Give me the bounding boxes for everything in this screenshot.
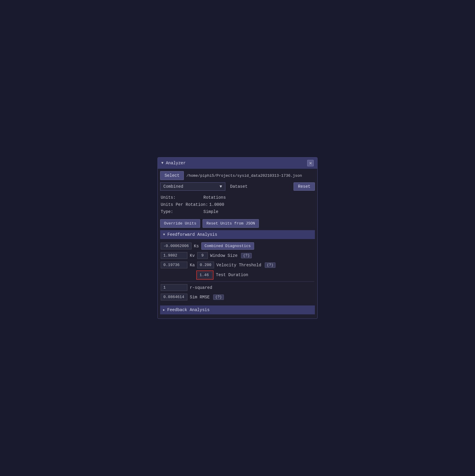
sim-rmse-help[interactable]: (?) [213,294,224,300]
upr-val: 1.0000 [209,201,224,208]
sim-rmse-row: 0.0864614 Sim RMSE (?) [161,293,314,301]
select-button[interactable]: Select [160,171,184,180]
window-size-label: Window Size [208,252,240,259]
dataset-label: Dataset [228,183,291,190]
reset-units-button[interactable]: Reset Units from JSON [203,219,259,228]
test-duration-value: 1.46 [197,272,212,278]
kv-row: 1.9802 Kv 9 Window Size (?) [161,251,314,260]
feedback-title: Feedback Analysis [167,308,210,312]
title-bar: ▼ Analyzer ✕ [158,157,317,169]
feedforward-title: Feedforward Analysis [168,232,217,237]
feedforward-triangle-icon: ▼ [163,233,165,236]
ka-row: 0.19736 Ka 0.200 Velocity Threshold (?) [161,261,314,269]
type-val: Simple [203,208,218,216]
divider [161,281,314,282]
file-row: Select /home/piphi5/Projects/sysid_data2… [160,171,315,180]
ks-label: Ks [192,243,201,249]
vel-threshold-label: Velocity Threshold [214,262,264,268]
kv-label: Kv [187,252,197,259]
actions-row: Override Units Reset Units from JSON [160,219,315,228]
window-size-value: 9 [197,252,208,259]
info-block: Units: Rotations Units Per Rotation: 1.0… [160,193,315,216]
r-squared-label: r-squared [187,284,215,291]
filter-icon: ▼ [220,184,222,189]
vel-threshold-help[interactable]: (?) [265,262,275,268]
kv-value: 1.9802 [161,252,187,259]
r-squared-value: 1 [161,284,187,291]
ka-label: Ka [187,262,197,268]
combined-diagnostics-button[interactable]: Combined Diagnostics [201,242,254,250]
close-button[interactable]: ✕ [307,160,314,166]
test-duration-label: Test Duration [213,272,251,278]
type-key: Type: [161,208,202,216]
content-area: Select /home/piphi5/Projects/sysid_data2… [158,169,317,318]
combined-label: Combined [163,184,183,189]
upr-key: Units Per Rotation: [161,201,208,208]
feedback-section-header[interactable]: ▶ Feedback Analysis [160,305,315,314]
units-val: Rotations [203,194,226,201]
feedback-section: ▶ Feedback Analysis [160,305,315,314]
title-triangle-icon: ▼ [161,161,163,165]
feedforward-grid: -0.00062006 Ks Combined Diagnostics 1.98… [160,241,315,304]
units-key: Units: [161,194,202,201]
window-title: Analyzer [166,161,186,165]
sim-rmse-value: 0.0864614 [161,294,187,300]
override-units-button[interactable]: Override Units [160,219,200,228]
feedback-triangle-icon: ▶ [163,308,165,312]
ks-row: -0.00062006 Ks Combined Diagnostics [161,242,314,250]
feedforward-section-header[interactable]: ▼ Feedforward Analysis [160,230,315,239]
ks-value: -0.00062006 [161,243,192,249]
file-path: /home/piphi5/Projects/sysid_data20210313… [186,173,315,178]
r-squared-row: 1 r-squared [161,284,314,292]
analyzer-window: ▼ Analyzer ✕ Select /home/piphi5/Project… [157,157,318,319]
reset-button[interactable]: Reset [294,182,315,191]
combined-dropdown[interactable]: Combined ▼ [160,182,225,191]
sim-rmse-label: Sim RMSE [187,294,212,300]
ka-value: 0.19736 [161,262,187,268]
test-duration-box: 1.46 [196,270,213,280]
test-duration-row: 1.46 Test Duration [161,270,314,280]
window-size-help[interactable]: (?) [241,253,252,258]
vel-threshold-value: 0.200 [197,262,214,268]
dataset-row: Combined ▼ Dataset Reset [160,182,315,191]
